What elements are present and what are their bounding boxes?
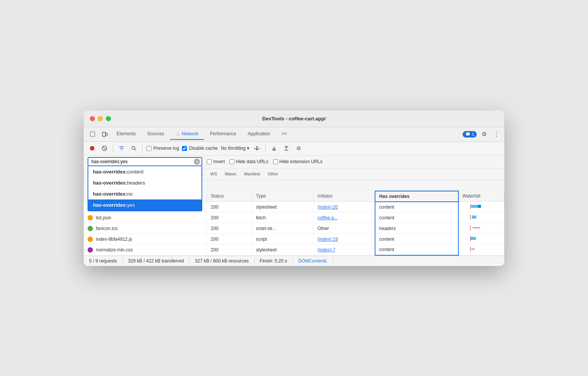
autocomplete-item-content[interactable]: has-overrides:content (88, 166, 201, 177)
autocomplete-val: content (127, 169, 144, 175)
autocomplete-item-no[interactable]: has-overrides:no (88, 188, 201, 199)
file-name-text: favicon.ico (96, 226, 118, 231)
hide-extension-urls-checkbox[interactable] (273, 159, 278, 164)
warning-icon: ⚠ (175, 131, 180, 137)
cell-name: index-8bfa4912.js (84, 234, 207, 245)
preserve-log-label: Preserve log (153, 146, 179, 151)
type-filter-wasm[interactable]: Wasm (222, 171, 240, 177)
file-name-text: normalize.min.css (96, 247, 133, 253)
import-button[interactable] (270, 144, 279, 153)
hide-data-urls-option: Hide data URLs (229, 159, 268, 164)
search-container: ✕ has-overrides:content has-overrides:he… (88, 157, 202, 166)
table-row[interactable]: list.json 200 fetch coffee.a... content (84, 212, 504, 223)
settings-button[interactable]: ⚙ (479, 129, 489, 139)
cell-has-overrides: content (375, 245, 458, 255)
network-conditions-icon[interactable] (252, 144, 262, 153)
chevron-down-icon: ▾ (247, 146, 249, 151)
devtools-body: Elements Sources ⚠ Network Performance A… (84, 127, 504, 266)
cell-has-overrides: headers (375, 223, 458, 234)
cell-type: octet-str... (252, 223, 313, 234)
resources-size: 327 kB / 600 kB resources (190, 258, 255, 264)
preserve-log-checkbox[interactable] (146, 146, 151, 151)
table-row[interactable]: favicon.ico 200 octet-str... Other heade… (84, 223, 504, 234)
tab-more[interactable]: >> (276, 129, 292, 139)
svg-rect-0 (90, 132, 95, 136)
col-type[interactable]: Type (252, 191, 313, 202)
hide-data-urls-checkbox[interactable] (229, 159, 234, 164)
cell-initiator: (index):19 (313, 234, 375, 245)
tab-network-label: Network (182, 131, 198, 136)
autocomplete-val: yes (127, 202, 135, 208)
table-row[interactable]: index-8bfa4912.js 200 script (index):19 … (84, 234, 504, 245)
tab-elements[interactable]: Elements (111, 129, 141, 139)
cell-waterfall (458, 245, 504, 255)
settings-network-button[interactable]: ⚙ (294, 144, 303, 153)
cursor-icon[interactable] (87, 129, 98, 139)
type-filter-other[interactable]: Other (265, 171, 281, 177)
autocomplete-item-headers[interactable]: has-overrides:headers (88, 177, 201, 188)
filter-button[interactable] (117, 144, 126, 153)
cell-name: normalize.min.css (84, 245, 207, 255)
cell-initiator: (index):20 (313, 202, 375, 212)
tab-actions: 💬 1 ⚙ ⋮ (463, 129, 501, 139)
file-ico-icon (88, 226, 93, 231)
initiator-link[interactable]: coffee.a... (318, 215, 338, 220)
initiator-text: Other (318, 226, 329, 231)
export-button[interactable] (282, 144, 291, 153)
svg-point-3 (90, 146, 94, 151)
initiator-link[interactable]: (index):7 (318, 247, 336, 253)
requests-count: 5 / 9 requests (89, 258, 123, 264)
cell-waterfall (458, 202, 504, 212)
tab-sources[interactable]: Sources (142, 129, 169, 139)
autocomplete-item-yes[interactable]: has-overrides:yes (88, 199, 201, 211)
invert-checkbox[interactable] (207, 159, 212, 164)
close-button[interactable] (90, 116, 95, 121)
minimize-button[interactable] (98, 116, 103, 121)
cell-status: 200 (207, 234, 252, 245)
autocomplete-dropdown: has-overrides:content has-overrides:head… (88, 166, 202, 211)
file-name-text: index-8bfa4912.js (96, 237, 132, 242)
tab-network[interactable]: ⚠ Network (170, 129, 204, 140)
device-icon[interactable] (99, 129, 110, 139)
cell-waterfall (458, 234, 504, 245)
type-filter-manifest[interactable]: Manifest (241, 171, 263, 177)
badge-count: 1 (472, 132, 474, 136)
col-has-overrides[interactable]: Has overrides (375, 191, 458, 202)
console-badge[interactable]: 💬 1 (463, 131, 477, 138)
svg-point-8 (257, 149, 258, 151)
initiator-link[interactable]: (index):20 (318, 204, 338, 210)
file-js-icon (88, 237, 93, 242)
cell-initiator: (index):7 (313, 245, 375, 255)
invert-option: Invert (207, 159, 225, 164)
col-status[interactable]: Status (207, 191, 252, 202)
svg-rect-2 (106, 133, 107, 136)
col-initiator[interactable]: Initiator (313, 191, 375, 202)
cell-type: stylesheet (252, 245, 313, 255)
type-filter-ws[interactable]: WS (207, 171, 220, 177)
clear-button[interactable] (100, 144, 109, 153)
cell-has-overrides: content (375, 212, 458, 223)
throttle-label: No throttling (221, 146, 246, 151)
tab-application[interactable]: Application (242, 129, 276, 139)
file-name-text: list.json (96, 215, 111, 220)
initiator-link[interactable]: (index):19 (318, 237, 338, 242)
window-title: DevTools - coffee-cart.app/ (262, 116, 326, 122)
col-waterfall[interactable]: Waterfall (458, 191, 504, 202)
toolbar-divider-1 (113, 144, 113, 152)
record-button[interactable] (88, 144, 97, 153)
table-row[interactable]: normalize.min.css 200 stylesheet (index)… (84, 245, 504, 255)
hide-extension-urls-option: Hide extension URLs (273, 159, 323, 164)
clear-filter-button[interactable]: ✕ (194, 159, 200, 165)
filter-input[interactable] (88, 157, 202, 166)
search-button[interactable] (129, 144, 138, 153)
filter-bar: ✕ has-overrides:content has-overrides:he… (84, 156, 504, 169)
more-button[interactable]: ⋮ (491, 129, 501, 139)
throttle-selector[interactable]: No throttling ▾ (221, 146, 250, 151)
cell-waterfall (458, 212, 504, 223)
tab-performance[interactable]: Performance (205, 129, 242, 139)
maximize-button[interactable] (106, 116, 111, 121)
disable-cache-checkbox[interactable] (182, 146, 187, 151)
cell-type: stylesheet (252, 202, 313, 212)
network-toolbar: Preserve log Disable cache No throttling… (84, 142, 504, 156)
dom-content-loaded[interactable]: DOMContentL (293, 258, 333, 264)
